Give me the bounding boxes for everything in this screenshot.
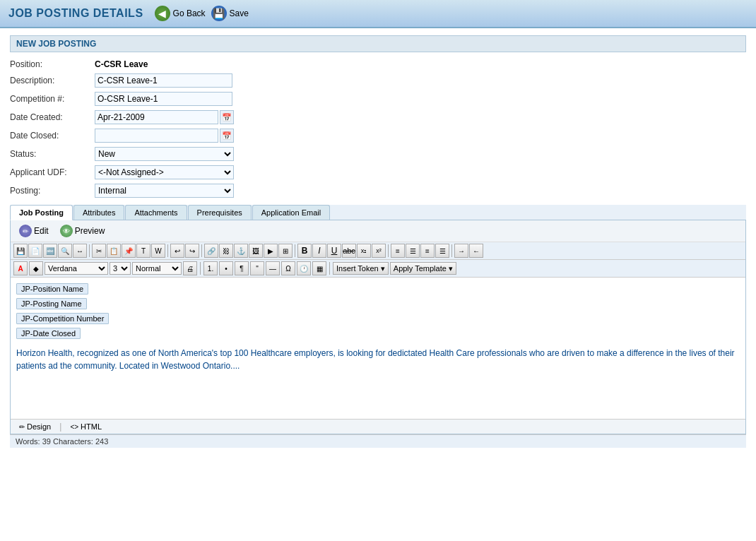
edit-preview-bar: ✏ Edit 👁 Preview	[11, 220, 745, 242]
tb-align-center-btn[interactable]: ☰	[406, 244, 420, 258]
apply-template-button[interactable]: Apply Template ▾	[390, 262, 456, 275]
font-size-select[interactable]: 3 1245	[110, 262, 131, 275]
tb-ordered-list-btn[interactable]: 1.	[203, 261, 218, 275]
font-family-select[interactable]: Verdana Arial Times New Roman	[45, 262, 108, 275]
tab-application-email[interactable]: Application Email	[252, 205, 330, 220]
tb-bgcolor-btn[interactable]: ◆	[29, 261, 43, 275]
tab-attributes[interactable]: Attributes	[73, 205, 124, 220]
status-text: Words: 39 Characters: 243	[16, 437, 108, 446]
tb-spell-btn[interactable]: 🔤	[43, 244, 57, 258]
competition-input[interactable]	[95, 92, 232, 106]
html-label: HTML	[81, 422, 102, 431]
main-content: NEW JOB POSTING Position: C-CSR Leave De…	[0, 28, 756, 455]
tb-undo-btn[interactable]: ↩	[170, 244, 184, 258]
tb-new-btn[interactable]: 📄	[28, 244, 42, 258]
design-label: Design	[27, 422, 51, 431]
toolbar-sep-3	[201, 244, 202, 257]
tab-job-posting[interactable]: Job Posting	[10, 205, 73, 220]
tb-link-btn[interactable]: 🔗	[204, 244, 218, 258]
tb-paste-btn[interactable]: 📌	[122, 244, 136, 258]
content-area[interactable]: JP-Position Name JP-Posting Name JP-Comp…	[11, 278, 745, 419]
tb-print-btn[interactable]: 🖨	[183, 261, 197, 275]
date-created-input[interactable]	[95, 110, 218, 124]
tb-paste-plain-btn[interactable]: T	[136, 244, 150, 258]
tb-align-left-btn[interactable]: ≡	[391, 244, 405, 258]
tb-strike-btn[interactable]: abc	[342, 244, 356, 258]
design-pencil-icon: ✏	[19, 423, 25, 431]
tb-align-right-btn[interactable]: ≡	[420, 244, 435, 258]
edit-button[interactable]: ✏ Edit	[16, 223, 52, 239]
go-back-label: Go Back	[173, 8, 206, 18]
tb-table2-btn[interactable]: ▦	[312, 261, 326, 275]
tb-image-btn[interactable]: 🖼	[249, 244, 263, 258]
insert-token-button[interactable]: Insert Token ▾	[333, 262, 389, 275]
date-created-calendar-button[interactable]: 📅	[220, 110, 234, 124]
style-select[interactable]: Normal Heading 1 Heading 2	[132, 262, 182, 275]
tb-hr-btn[interactable]: —	[266, 261, 280, 275]
tb-bold-btn[interactable]: B	[297, 244, 312, 258]
competition-row: Competition #:	[10, 92, 746, 106]
tb-table-btn[interactable]: ⊞	[278, 244, 293, 258]
description-input[interactable]	[95, 73, 232, 88]
date-closed-label: Date Closed:	[10, 131, 95, 141]
position-label: Position:	[10, 59, 95, 69]
tab-prerequisites[interactable]: Prerequisites	[188, 205, 252, 220]
date-closed-input[interactable]	[95, 129, 218, 143]
toolbar-sep-7	[200, 262, 201, 275]
applicant-udf-select[interactable]: <-Not Assigned->	[95, 165, 234, 179]
page-header: JOB POSTING DETAILS ◀ Go Back 💾 Save	[0, 0, 756, 28]
tb-clock-btn[interactable]: 🕐	[297, 261, 311, 275]
status-bar: Words: 39 Characters: 243	[10, 434, 746, 448]
tb-anchor-btn[interactable]: ⚓	[234, 244, 248, 258]
tb-copy-btn[interactable]: 📋	[107, 244, 121, 258]
toolbar-row-1: 💾 📄 🔤 🔍 ↔ ✂ 📋 📌 T W ↩ ↪ 🔗 ⛓ ⚓ 🖼 ▶ ⊞ B I …	[11, 242, 745, 260]
tb-indent-btn[interactable]: →	[454, 244, 468, 258]
chip-competition-number: JP-Competition Number	[16, 313, 109, 324]
preview-label: Preview	[75, 226, 105, 236]
toolbar-sep-5	[388, 244, 389, 257]
tb-italic-btn[interactable]: I	[312, 244, 326, 258]
tb-paste-word-btn[interactable]: W	[151, 244, 165, 258]
tb-redo-btn[interactable]: ↪	[185, 244, 199, 258]
tb-cut-btn[interactable]: ✂	[92, 244, 106, 258]
tb-unlink-btn[interactable]: ⛓	[219, 244, 233, 258]
description-label: Description:	[10, 76, 95, 85]
save-button[interactable]: 💾 Save	[211, 6, 249, 21]
html-brackets-icon: <>	[70, 423, 78, 431]
chip-posting-name: JP-Posting Name	[16, 298, 87, 309]
tb-save-btn[interactable]: 💾	[13, 244, 28, 258]
posting-select[interactable]: Internal External Both	[95, 184, 234, 198]
tb-superscript-btn[interactable]: x²	[372, 244, 386, 258]
toolbar-sep-4	[295, 244, 295, 257]
tb-findreplace-btn[interactable]: ↔	[73, 244, 87, 258]
preview-button[interactable]: 👁 Preview	[57, 223, 108, 239]
status-select[interactable]: New Open Closed	[95, 147, 234, 161]
chips-row-3: JP-Competition Number	[16, 313, 740, 326]
tab-attachments[interactable]: Attachments	[125, 205, 187, 220]
tb-align-justify-btn[interactable]: ☰	[435, 244, 449, 258]
date-closed-calendar-button[interactable]: 📅	[220, 129, 234, 143]
tb-unordered-list-btn[interactable]: •	[219, 261, 233, 275]
tb-para-btn[interactable]: ¶	[235, 261, 249, 275]
go-back-icon: ◀	[155, 6, 170, 21]
status-row: Status: New Open Closed	[10, 147, 746, 161]
tb-find-btn[interactable]: 🔍	[58, 244, 72, 258]
insert-token-label: Insert Token	[336, 264, 379, 273]
tb-underline-btn[interactable]: U	[327, 244, 341, 258]
toolbar-row-2: A ◆ Verdana Arial Times New Roman 3 1245…	[11, 260, 745, 278]
tb-special-char-btn[interactable]: Ω	[281, 261, 295, 275]
date-created-row: Date Created: 📅	[10, 110, 746, 124]
tb-color-btn[interactable]: A	[13, 261, 28, 275]
html-button[interactable]: <> HTML	[67, 422, 105, 432]
chips-row-1: JP-Position Name	[16, 283, 740, 297]
go-back-button[interactable]: ◀ Go Back	[155, 6, 206, 21]
preview-icon: 👁	[60, 225, 73, 237]
page-title: JOB POSTING DETAILS	[8, 7, 143, 20]
toolbar-sep-1	[89, 244, 90, 257]
design-button[interactable]: ✏ Design	[16, 422, 54, 432]
tb-blockquote-btn[interactable]: "	[250, 261, 264, 275]
tb-outdent-btn[interactable]: ←	[469, 244, 483, 258]
tb-media-btn[interactable]: ▶	[264, 244, 278, 258]
tb-subscript-btn[interactable]: x₂	[357, 244, 371, 258]
description-row: Description:	[10, 73, 746, 88]
